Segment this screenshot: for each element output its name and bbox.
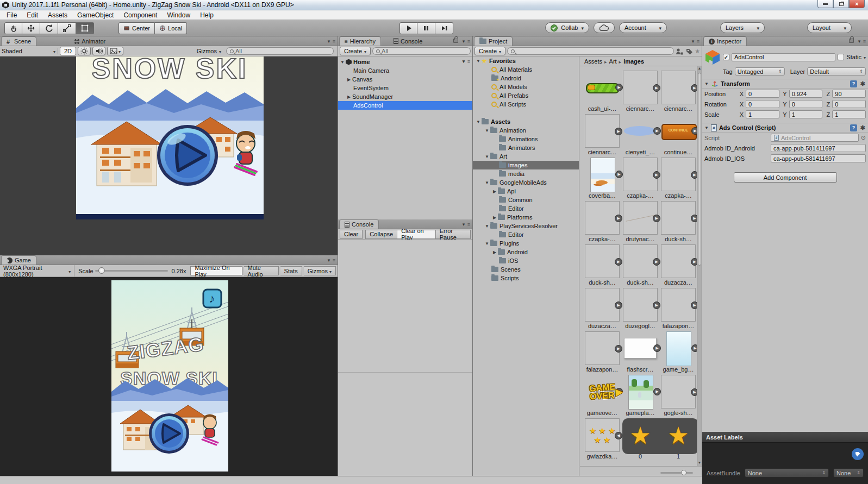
tree-plugins[interactable]: Plugins <box>473 239 579 248</box>
tab-inspector[interactable]: i Inspector <box>703 36 747 46</box>
game-canvas[interactable]: ♪ ZIGZAG SNOW SKI <box>111 280 228 472</box>
scroll-up-arrow[interactable]: ▲ <box>697 66 702 72</box>
console-log-area[interactable] <box>338 240 472 476</box>
search-by-label-icon[interactable] <box>685 48 693 55</box>
tree-animators[interactable]: Animators <box>473 143 579 152</box>
tree-common[interactable]: Common <box>473 196 579 204</box>
asset-gameplay[interactable]: gamepla… <box>621 375 659 418</box>
scene-viewport[interactable]: SNOW SKI <box>0 56 338 255</box>
2d-toggle[interactable]: 2D <box>60 47 76 55</box>
hierarchy-create-dropdown[interactable]: Create <box>340 47 371 55</box>
asset-cienyeti[interactable]: cienyeti_… <box>621 114 659 158</box>
menu-help[interactable]: Help <box>196 11 218 20</box>
breadcrumb-assets[interactable]: Assets <box>584 58 602 65</box>
tree-googlemobileads[interactable]: GoogleMobileAds <box>473 178 579 187</box>
favorite-search-icon[interactable]: ★ <box>695 48 700 55</box>
asset-falazapon-2[interactable]: falazapon… <box>583 331 621 375</box>
tree-scenes[interactable]: Scenes <box>473 265 579 274</box>
add-component-button[interactable]: Add Component <box>734 172 837 183</box>
game-viewport[interactable]: ♪ ZIGZAG SNOW SKI <box>0 277 338 476</box>
tree-ios[interactable]: iOS <box>473 256 579 265</box>
project-create-dropdown[interactable]: Create <box>474 47 505 55</box>
lock-icon[interactable] <box>849 39 854 43</box>
step-button[interactable] <box>435 22 453 34</box>
tab-game[interactable]: Game <box>1 255 36 265</box>
pause-button[interactable] <box>417 22 435 34</box>
tree-playservicesresolver[interactable]: PlayServicesResolver <box>473 222 579 230</box>
foldout-arrow[interactable] <box>346 95 352 99</box>
console-clear-button[interactable]: Clear <box>340 230 363 239</box>
rotate-tool-button[interactable] <box>40 22 58 34</box>
tab-console-docked[interactable]: Console <box>389 36 427 46</box>
close-button[interactable]: × <box>849 0 865 8</box>
collab-dropdown[interactable]: Collab <box>545 22 589 33</box>
sprite-expand-icon[interactable] <box>691 258 697 266</box>
layer-dropdown[interactable]: Default <box>807 67 866 76</box>
asset-czapka-1[interactable]: czapka-… <box>621 158 659 201</box>
tree-images-selected[interactable]: images <box>473 161 579 169</box>
lock-icon[interactable] <box>453 39 458 43</box>
position-y-field[interactable]: 0.924 <box>789 90 823 98</box>
menu-assets[interactable]: Assets <box>43 11 72 20</box>
tree-all-prefabs[interactable]: All Prefabs <box>473 91 579 100</box>
tree-art[interactable]: Art <box>473 152 579 161</box>
panel-menu-icon[interactable] <box>463 39 471 44</box>
tree-favorites[interactable]: Favorites <box>473 56 579 65</box>
sprite-expand-icon[interactable] <box>615 345 622 353</box>
panel-menu-icon[interactable] <box>463 222 471 227</box>
asset-duck-sh-2[interactable]: duck-sh… <box>583 244 621 288</box>
stats-button[interactable]: Stats <box>280 266 302 275</box>
hand-tool-button[interactable] <box>4 22 22 34</box>
foldout-arrow[interactable] <box>346 77 352 82</box>
sprite-expand-icon[interactable] <box>653 127 661 135</box>
panel-menu-icon[interactable] <box>328 257 336 263</box>
restore-button[interactable] <box>833 0 849 8</box>
cloud-button[interactable] <box>594 22 615 33</box>
active-checkbox[interactable] <box>723 54 729 60</box>
sprite-expand-icon[interactable] <box>615 84 623 91</box>
asset-duzacza-2[interactable]: duzacza… <box>583 288 621 331</box>
pivot-center-button[interactable]: Center <box>118 22 155 34</box>
scale-x-field[interactable]: 1 <box>746 110 779 118</box>
asset-ciennarc-1[interactable]: ciennarc… <box>621 71 659 114</box>
tab-project[interactable]: Project <box>474 36 513 46</box>
tree-assets-root[interactable]: Assets <box>473 117 579 126</box>
move-tool-button[interactable] <box>22 22 40 34</box>
gear-icon[interactable] <box>859 80 866 87</box>
asset-gwiazdka[interactable]: gwiazdka… <box>583 418 621 462</box>
hierarchy-item-adscontrol[interactable]: AdsControl <box>338 101 472 110</box>
menu-window[interactable]: Window <box>163 11 195 20</box>
admob-android-field[interactable]: ca-app-pub-581411697 <box>771 144 866 152</box>
play-button[interactable] <box>399 22 417 34</box>
foldout-arrow[interactable] <box>339 60 346 65</box>
sprite-expand-icon[interactable] <box>615 128 622 135</box>
gold-star-sprite[interactable] <box>623 418 658 452</box>
sprite-expand-icon[interactable] <box>615 301 622 309</box>
sprite-expand-icon[interactable] <box>653 171 660 179</box>
tag-dropdown[interactable]: Untagged <box>735 67 785 76</box>
tree-android-favorite[interactable]: Android <box>473 74 579 83</box>
tree-media[interactable]: media <box>473 169 579 178</box>
asset-czapka-3[interactable]: czapka-… <box>583 201 621 244</box>
sprite-expand-icon[interactable] <box>653 344 661 352</box>
asset-gameover[interactable]: GAME OVER gameove… <box>583 375 621 418</box>
tree-all-scripts[interactable]: All Scripts <box>473 100 579 109</box>
asset-grid-scrollbar[interactable]: ▲ ▼ <box>697 66 702 466</box>
layout-dropdown[interactable]: Layout <box>807 22 852 33</box>
tree-platforms[interactable]: Platforms <box>473 213 579 222</box>
sprite-expand-icon[interactable] <box>691 388 697 396</box>
sprite-expand-icon[interactable] <box>653 301 660 309</box>
sprite-expand-icon[interactable] <box>691 171 697 179</box>
tree-psr-editor[interactable]: Editor <box>473 230 579 239</box>
aspect-ratio-dropdown[interactable]: WXGA Portrait (800x1280) <box>2 265 74 276</box>
asset-duck-sh-3[interactable]: duck-sh… <box>621 244 659 288</box>
rotation-y-field[interactable]: 0 <box>789 100 823 108</box>
sprite-child-0[interactable]: 0 <box>621 418 659 462</box>
scale-y-field[interactable]: 1 <box>789 110 823 118</box>
help-icon[interactable] <box>850 80 857 87</box>
sprite-expand-icon[interactable] <box>653 388 661 395</box>
foldout-arrow[interactable] <box>704 125 709 130</box>
tree-scripts[interactable]: Scripts <box>473 274 579 282</box>
hierarchy-search-input[interactable]: All <box>372 47 471 55</box>
scene-audio-toggle[interactable] <box>92 47 105 55</box>
